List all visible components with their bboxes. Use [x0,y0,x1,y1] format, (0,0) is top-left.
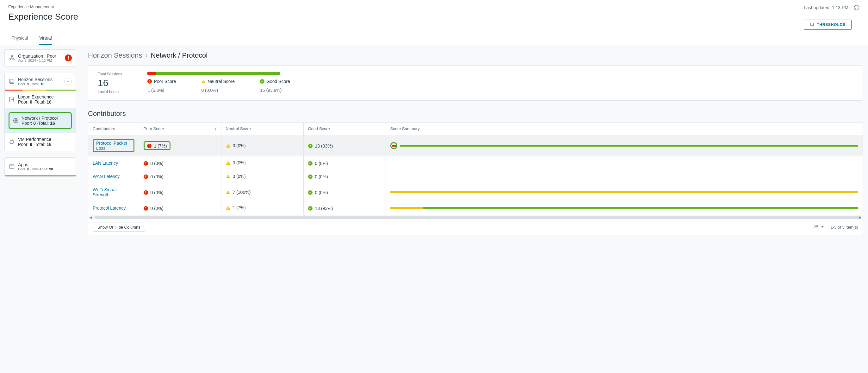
contributors-table: Contributors Poor Score↓ Neutral Score G… [88,122,863,235]
time-window: Last 4 hours [98,90,122,94]
sidebar-organization[interactable]: Organization : Poor Apr 8, 2024 · 1:13 P… [4,49,76,66]
poor-icon: ! [147,144,152,148]
poor-icon: ! [144,161,148,166]
thresholds-button[interactable]: THRESHOLDS [804,20,851,30]
tab-physical[interactable]: Physical [11,35,28,45]
poor-icon: ! [144,190,148,195]
main-content: Horizon Sessions › Network / Protocol To… [80,45,868,373]
chevron-right-icon: › [145,51,147,60]
network-title: Network / Protocol [22,116,58,121]
last-updated: Last updated: 1:13 PM [804,5,848,10]
crumb-current: Network / Protocol [151,51,208,60]
sidebar-logon-experience[interactable]: Logon Experience Poor: 0 ·Total: 10 [5,91,75,108]
sidebar-horizon-sessions[interactable]: Horizon Sessions Poor: 9 ·Total: 16 [5,73,75,90]
sessions-sub: Poor: 9 ·Total: 16 [18,82,61,86]
neutral-icon [226,144,230,148]
sidebar-network-protocol[interactable]: Network / Protocol Poor: 0 ·Total: 16 [5,108,75,133]
good-icon: ✓ [308,190,313,195]
svg-rect-13 [10,140,13,143]
show-hide-columns-button[interactable]: Show Or Hide Columns [93,223,145,232]
score-summary-bar [400,145,859,147]
neutral-icon [226,161,230,165]
main-breadcrumb: Horizon Sessions › Network / Protocol [88,51,863,60]
summary-panel: Total Sessions 16 Last 4 hours ! Poor Sc… [88,65,863,101]
good-score-head: ✓ Good Score [260,79,290,84]
sidebar-vm-performance[interactable]: VM Performance Poor: 9 ·Total: 16 [5,133,75,151]
good-cell: ✓0 (0%) [303,156,385,170]
apps-icon [8,163,15,170]
th-summary[interactable]: Score Summary [385,122,863,135]
thresholds-label: THRESHOLDS [817,23,845,27]
network-sub: Poor: 0 ·Total: 16 [22,121,58,126]
hierarchy-icon [8,55,15,61]
page-size-select[interactable]: 25 [812,224,824,230]
poor-cell: !0 (0%) [139,156,221,170]
svg-rect-9 [10,80,14,84]
chevron-down-icon[interactable] [64,78,72,85]
neutral-cell: 0 (0%) [221,156,303,170]
table-row: LAN Latency!0 (0%)0 (0%)✓0 (0%) [88,156,863,170]
table-row: WAN Latency!0 (0%)0 (0%)✓0 (0%) [88,170,863,183]
neutral-cell: 0 (0%) [221,170,303,183]
neutral-cell: 7 (100%) [221,183,303,201]
total-sessions-label: Total Sessions [98,72,122,76]
sidebar-network-highlight: Network / Protocol Poor: 0 ·Total: 16 [8,112,72,129]
logon-sub: Poor: 0 ·Total: 10 [18,99,54,105]
contributor-link[interactable]: WAN Latency [93,174,120,179]
logon-icon [8,96,15,103]
svg-rect-8 [13,59,14,60]
th-poor[interactable]: Poor Score↓ [139,122,221,135]
th-good[interactable]: Good Score [303,122,385,135]
score-summary-bar [390,191,859,193]
score-summary-bar [390,207,859,209]
crumb-horizon[interactable]: Horizon Sessions [88,51,142,60]
cpu-icon [8,139,15,145]
poor-score-head: ! Poor Score [147,79,176,84]
svg-rect-6 [11,55,13,57]
contributor-link[interactable]: LAN Latency [93,161,118,166]
table-horizontal-scrollbar[interactable]: ◀▶ [88,215,863,220]
apps-title: Apps [18,162,72,167]
tab-virtual[interactable]: Virtual [39,35,52,45]
contributor-link[interactable]: Protocol Packet Loss [96,141,127,151]
tabs: Physical Virtual [0,30,868,45]
good-icon: ✓ [260,79,265,84]
org-title: Organization : Poor [18,54,62,59]
summary-cell [385,135,863,156]
sidebar-apps[interactable]: Apps Poor: 0 ·Total Apps: 98 [5,158,75,175]
good-cell: ✓0 (0%) [303,183,385,201]
th-neutral[interactable]: Neutral Score [221,122,303,135]
pager-text: 1-5 of 5 item(s) [831,225,858,230]
alert-badge-icon: ! [65,54,72,61]
good-icon: ✓ [308,174,313,179]
neutral-icon [226,190,230,194]
neutral-cell: 1 (7%) [221,201,303,215]
table-row: Wi-Fi Signal Strength!0 (0%)7 (100%)✓0 (… [88,183,863,201]
svg-point-3 [810,24,811,24]
neutral-cell: 0 (0%) [221,135,303,156]
svg-point-4 [812,25,812,26]
good-icon: ✓ [308,144,313,148]
sessions-score-strip [5,90,75,91]
sessions-title: Horizon Sessions [18,77,61,82]
table-row: Protocol Latency!0 (0%)1 (7%)✓13 (93%) [88,201,863,215]
refresh-icon[interactable] [854,4,860,11]
poor-score-val: 1 (6.3%) [147,85,176,93]
sessions-icon [8,78,15,85]
sort-desc-icon: ↓ [214,126,217,131]
network-icon [13,117,19,124]
logon-title: Logon Experience [18,94,54,99]
neutral-score-head: Neutral Score [201,79,235,84]
neutral-icon [201,80,206,83]
th-contributors[interactable]: Contributors [88,122,139,135]
good-cell: ✓0 (0%) [303,170,385,183]
summary-cell [385,156,863,170]
good-cell: ✓13 (93%) [303,201,385,215]
contributor-link[interactable]: Protocol Latency [93,205,126,210]
contributor-link[interactable]: Wi-Fi Signal Strength [93,187,116,197]
table-row: Protocol Packet Loss!1 (7%)0 (0%)✓13 (93… [88,135,863,156]
sidebar: Organization : Poor Apr 8, 2024 · 1:13 P… [0,45,80,373]
svg-point-5 [813,24,814,25]
neutral-icon [226,206,230,210]
apps-sub: Poor: 0 ·Total Apps: 98 [18,167,72,171]
